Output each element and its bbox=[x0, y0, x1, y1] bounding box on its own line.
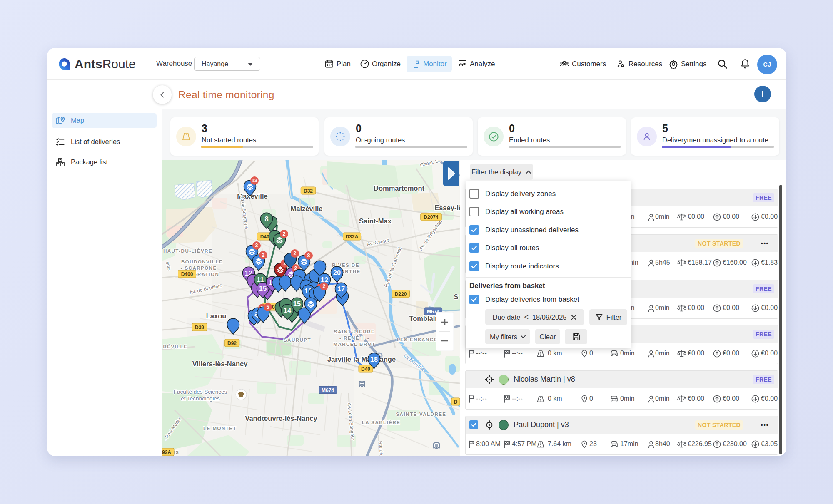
svg-text:Villers-lès-Nancy: Villers-lès-Nancy bbox=[192, 360, 248, 367]
svg-text:8: 8 bbox=[264, 215, 268, 223]
svg-text:et Technologies: et Technologies bbox=[181, 395, 220, 402]
svg-text:15: 15 bbox=[293, 300, 301, 308]
svg-text:2: 2 bbox=[262, 252, 265, 258]
svg-text:Faculté des Sciences: Faculté des Sciences bbox=[174, 389, 227, 395]
svg-text:MARCEL BROT: MARCEL BROT bbox=[333, 342, 375, 347]
svg-text:Jarville-la-Malgrange: Jarville-la-Malgrange bbox=[327, 355, 396, 363]
svg-text:13: 13 bbox=[252, 178, 257, 184]
svg-text:HAUT-DU-LIÈVRE: HAUT-DU-LIÈVRE bbox=[163, 248, 212, 253]
svg-text:D220: D220 bbox=[395, 291, 407, 297]
svg-text:D32: D32 bbox=[304, 188, 313, 194]
svg-text:92A: 92A bbox=[162, 449, 171, 455]
svg-text:14: 14 bbox=[284, 307, 292, 314]
svg-text:D400: D400 bbox=[181, 271, 193, 277]
svg-text:2: 2 bbox=[323, 283, 326, 289]
svg-text:D32A: D32A bbox=[346, 234, 359, 240]
svg-text:- RENÉ II -: - RENÉ II - bbox=[339, 335, 369, 340]
svg-text:SAURUPT: SAURUPT bbox=[284, 338, 311, 343]
svg-text:D2074: D2074 bbox=[424, 214, 439, 220]
svg-text:18: 18 bbox=[370, 355, 378, 363]
svg-text:Saint-Max: Saint-Max bbox=[359, 217, 392, 225]
svg-text:17: 17 bbox=[337, 285, 345, 293]
svg-text:SAINTE-VALDRÉE: SAINTE-VALDRÉE bbox=[396, 412, 446, 417]
svg-text:Vandœuvre-lès-Nancy: Vandœuvre-lès-Nancy bbox=[245, 415, 317, 422]
svg-text:D39: D39 bbox=[195, 325, 204, 330]
svg-text:Dommartemont: Dommartemont bbox=[374, 184, 424, 192]
svg-text:- SCARPONE: - SCARPONE bbox=[180, 266, 217, 271]
svg-text:D: D bbox=[454, 399, 458, 405]
svg-text:8: 8 bbox=[307, 253, 310, 258]
svg-text:3: 3 bbox=[255, 243, 258, 248]
svg-text:S: S bbox=[454, 293, 459, 300]
svg-text:RÉVILLE: RÉVILLE bbox=[163, 344, 187, 349]
svg-text:20: 20 bbox=[333, 269, 341, 276]
svg-text:2: 2 bbox=[294, 251, 297, 256]
svg-text:LES ENSANGE: LES ENSANGE bbox=[397, 337, 438, 342]
svg-text:Essey-lès-: Essey-lès- bbox=[434, 204, 460, 211]
svg-text:Malzéville: Malzéville bbox=[290, 205, 322, 212]
svg-text:LE MONTET: LE MONTET bbox=[203, 426, 237, 431]
svg-text:5: 5 bbox=[267, 304, 269, 310]
svg-text:M674: M674 bbox=[322, 387, 334, 393]
svg-text:SAINT-PIERRE: SAINT-PIERRE bbox=[334, 329, 375, 334]
svg-text:BOUDONVILLE: BOUDONVILLE bbox=[181, 259, 223, 264]
svg-text:D92: D92 bbox=[227, 340, 237, 346]
svg-text:D40: D40 bbox=[361, 366, 370, 372]
svg-text:15: 15 bbox=[259, 285, 267, 292]
svg-text:12: 12 bbox=[321, 276, 328, 283]
svg-text:Laxou: Laxou bbox=[206, 312, 227, 320]
svg-text:2: 2 bbox=[283, 231, 286, 237]
svg-text:LA SABLIÈRE: LA SABLIÈRE bbox=[362, 420, 401, 425]
